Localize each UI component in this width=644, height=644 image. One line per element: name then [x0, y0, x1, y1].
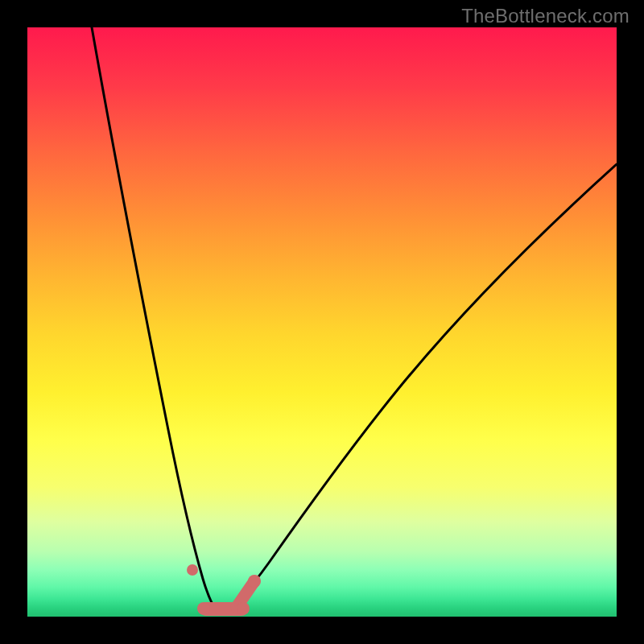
chart-svg	[27, 27, 617, 617]
watermark-text: TheBottleneck.com	[461, 5, 630, 27]
marker-joint-3	[248, 575, 261, 588]
outer-frame: TheBottleneck.com	[0, 0, 644, 644]
marker-dot-left	[187, 564, 198, 576]
curve-right-branch	[219, 164, 617, 614]
curve-left-branch	[92, 27, 219, 614]
plot-area	[27, 27, 617, 617]
marker-joint-1	[197, 602, 210, 615]
marker-joint-2	[237, 602, 250, 615]
